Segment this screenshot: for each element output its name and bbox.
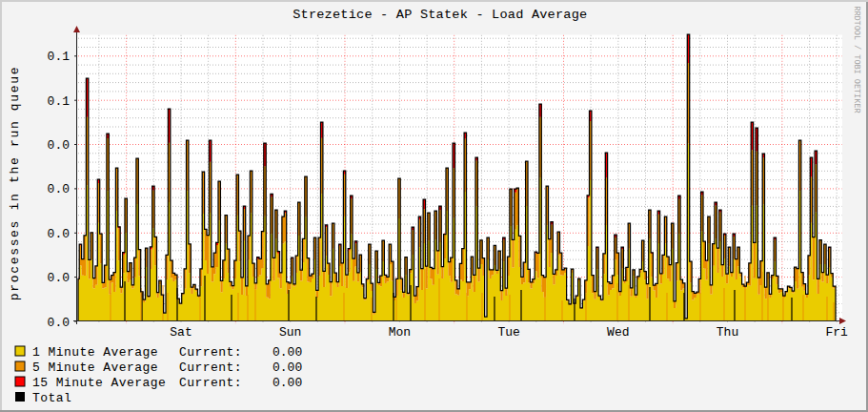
svg-text:Mon: Mon: [389, 325, 411, 340]
svg-text:0.00: 0.00: [273, 345, 302, 360]
svg-text:Sun: Sun: [279, 325, 301, 340]
svg-text:Strezetice - AP Statek - Load: Strezetice - AP Statek - Load Average: [293, 8, 587, 22]
svg-text:Tue: Tue: [497, 325, 519, 340]
svg-text:Sat: Sat: [170, 325, 192, 340]
svg-text:RRDTOOL / TOBI OETIKER: RRDTOOL / TOBI OETIKER: [853, 6, 862, 113]
svg-text:Wed: Wed: [607, 325, 629, 340]
svg-text:0.1: 0.1: [48, 94, 71, 109]
svg-text:0.1: 0.1: [48, 50, 71, 64]
svg-text:0.00: 0.00: [273, 360, 302, 375]
svg-text:15 Minute Average: 15 Minute Average: [32, 376, 166, 390]
svg-text:0.00: 0.00: [273, 376, 302, 390]
svg-text:0.0: 0.0: [48, 138, 70, 153]
svg-text:Fri: Fri: [825, 325, 848, 340]
svg-text:5 Minute Average: 5 Minute Average: [32, 360, 158, 375]
svg-text:0.0: 0.0: [48, 316, 70, 330]
svg-text:processes in the run queue: processes in the run queue: [8, 66, 22, 301]
svg-text:Current:: Current:: [179, 360, 242, 375]
svg-text:Thu: Thu: [717, 325, 738, 340]
svg-text:0.0: 0.0: [48, 271, 70, 285]
svg-text:Current:: Current:: [179, 376, 242, 390]
svg-text:0.0: 0.0: [48, 227, 70, 241]
svg-text:0.0: 0.0: [48, 182, 70, 196]
svg-text:Current:: Current:: [179, 345, 242, 360]
svg-text:1 Minute Average: 1 Minute Average: [32, 345, 158, 360]
svg-text:Total: Total: [32, 391, 71, 405]
